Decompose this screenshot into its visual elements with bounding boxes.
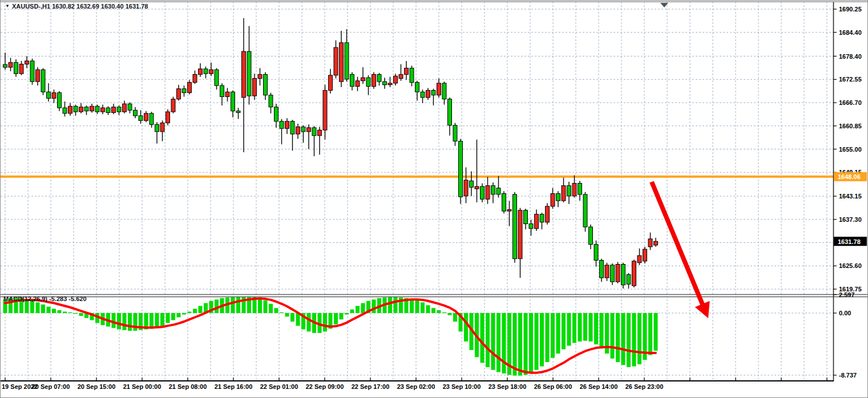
- candle-bearish: [578, 183, 582, 194]
- candle-bearish: [84, 107, 88, 111]
- candle-bearish: [134, 110, 138, 116]
- candles-layer: [3, 18, 658, 289]
- candle-bearish: [366, 78, 370, 86]
- candle-bullish: [160, 123, 164, 132]
- candle-bullish: [605, 265, 609, 278]
- macd-indicator-title: MACD(12,26,9) -5.283 -5.620: [3, 295, 87, 302]
- macd-tick-label: 2.597: [839, 291, 855, 298]
- candle-bullish: [209, 70, 213, 74]
- candle-bearish: [128, 104, 132, 110]
- macd-hist-bar: [572, 313, 576, 343]
- macd-hist-bar: [117, 313, 121, 330]
- macd-hist-bar: [648, 313, 652, 355]
- candle-bullish: [546, 206, 550, 222]
- candle-bullish: [323, 90, 327, 130]
- candle-bullish: [285, 121, 289, 129]
- candle-bearish: [621, 265, 625, 285]
- candle-bullish: [101, 108, 105, 112]
- candle-bearish: [47, 92, 51, 98]
- axes-layer: 1690.251684.401678.401672.551666.701660.…: [1, 2, 868, 390]
- chart-svg[interactable]: 1690.251684.401678.401672.551666.701660.…: [1, 1, 868, 398]
- candle-bearish: [139, 116, 143, 120]
- price-tick-label: 1666.70: [839, 99, 862, 106]
- symbol-dropdown-icon[interactable]: ▼: [5, 4, 10, 9]
- macd-hist-bar: [323, 313, 327, 331]
- candle-bearish: [600, 261, 604, 278]
- mt4-chart-window[interactable]: 1690.251684.401678.401672.551666.701660.…: [0, 0, 868, 398]
- candle-bullish: [79, 107, 83, 112]
- candle-bearish: [470, 181, 474, 187]
- macd-hist-bar: [285, 313, 289, 316]
- candle-bearish: [589, 227, 593, 245]
- candle-bearish: [627, 275, 631, 285]
- down-arrow-annotation[interactable]: [652, 182, 710, 318]
- candle-bearish: [513, 194, 517, 259]
- candle-bullish: [507, 209, 511, 211]
- arrow-shaft: [652, 182, 703, 306]
- price-tick-label: 1625.60: [839, 262, 862, 269]
- macd-hist-bar: [41, 304, 45, 313]
- candle-bearish: [453, 125, 457, 141]
- macd-hist-bar: [199, 306, 203, 313]
- macd-hist-bar: [637, 313, 641, 364]
- macd-hist-bar: [632, 313, 636, 367]
- macd-hist-bar: [36, 302, 40, 313]
- time-tick-label: 26 Sep 23:00: [625, 383, 664, 390]
- macd-hist-bar: [442, 312, 446, 313]
- macd-hist-bar: [621, 313, 625, 365]
- candle-bullish: [518, 210, 522, 259]
- current-price-text: 1631.78: [838, 238, 861, 245]
- macd-hist-bar: [437, 310, 441, 313]
- candle-bullish: [199, 69, 203, 75]
- macd-hist-bar: [112, 313, 116, 328]
- macd-hist-bar: [171, 313, 175, 320]
- macd-hist-bar: [491, 313, 495, 370]
- candle-bullish: [25, 61, 29, 64]
- macd-hist-bar: [334, 313, 338, 324]
- candle-bearish: [431, 90, 435, 95]
- macd-hist-bar: [63, 312, 67, 313]
- candle-bullish: [225, 92, 229, 96]
- candle-bullish: [356, 81, 360, 87]
- macd-hist-bar: [280, 312, 284, 313]
- candle-bearish: [496, 188, 500, 194]
- price-tick-label: 1684.40: [839, 29, 862, 36]
- macd-hist-bar: [193, 309, 197, 313]
- candle-bearish: [220, 86, 224, 97]
- time-tick-label: 23 Sep 02:00: [397, 383, 435, 390]
- candle-bullish: [616, 265, 620, 282]
- macd-hist-bar: [231, 297, 235, 313]
- candle-bearish: [491, 186, 495, 194]
- macd-hist-bar: [340, 313, 344, 319]
- time-tick-label: 23 Sep 18:00: [488, 383, 527, 390]
- candle-bullish: [144, 113, 148, 121]
- macd-hist-bar: [654, 313, 658, 351]
- macd-hist-bar: [556, 313, 560, 354]
- macd-hist-bar: [583, 313, 587, 341]
- candle-bearish: [345, 43, 349, 79]
- macd-hist-bar: [486, 313, 490, 367]
- macd-hist-bar: [448, 313, 452, 315]
- candle-bullish: [253, 79, 257, 96]
- candle-bearish: [204, 69, 208, 74]
- macd-hist-bar: [290, 313, 294, 322]
- candle-bearish: [611, 265, 615, 282]
- macd-hist-bar: [307, 313, 311, 331]
- candle-bearish: [182, 89, 186, 93]
- macd-hist-bar: [529, 313, 533, 373]
- macd-hist-bar: [421, 302, 425, 313]
- macd-hist-bar: [540, 313, 544, 367]
- macd-hist-bar: [627, 313, 631, 367]
- macd-hist-bar: [410, 299, 414, 313]
- candle-bullish: [399, 75, 403, 79]
- macd-hist-bar: [426, 305, 430, 313]
- symbol-ohlc-text: XAUUSD-,H1 1630.82 1632.69 1630.40 1631.…: [12, 3, 148, 10]
- macd-hist-bar: [578, 313, 582, 342]
- candle-bullish: [361, 78, 365, 81]
- candle-bullish: [535, 214, 539, 229]
- panel-separator: [1, 294, 868, 297]
- macd-hist-bar: [594, 313, 598, 344]
- macd-hist-bar: [247, 295, 251, 313]
- symbol-title: ▼ XAUUSD-,H1 1630.82 1632.69 1630.40 163…: [5, 3, 148, 10]
- macd-hist-bar: [274, 308, 278, 313]
